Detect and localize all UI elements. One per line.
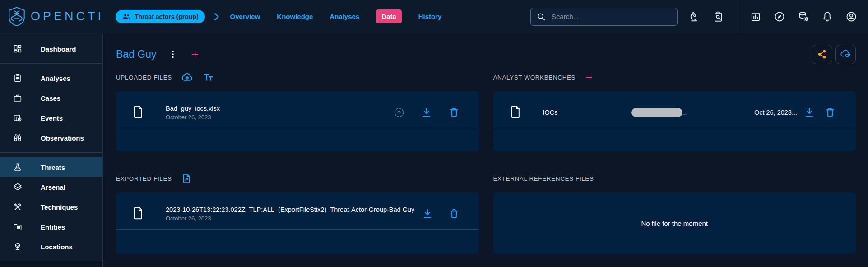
sidebar: DashboardAnalysesCasesEventsObservations…	[0, 33, 103, 267]
row-divider	[116, 128, 479, 128]
import-file-button[interactable]	[393, 107, 405, 118]
exported-files-section: EXPORTED FILES 2023-10-26T13:22:23.022Z_…	[116, 172, 479, 254]
clipboard-search-button[interactable]	[712, 11, 724, 23]
delete-file-button[interactable]	[448, 208, 460, 220]
sidebar-item-label: Arsenal	[41, 183, 65, 191]
sidebar-divider	[0, 63, 102, 64]
external-references-section: EXTERNAL REFERENCES FILES No file for th…	[493, 172, 856, 254]
database-gear-button[interactable]	[798, 11, 809, 23]
microscope-icon	[688, 11, 700, 23]
sidebar-item-analyses[interactable]: Analyses	[0, 68, 102, 88]
account-circle-icon	[845, 11, 857, 23]
workbench-row[interactable]: IOCs .. Oct 26, 2023...	[493, 98, 856, 126]
section-title: ANALYST WORKBENCHES	[493, 74, 576, 81]
download-workbench-button[interactable]	[803, 107, 815, 118]
analyses-clipboard-icon	[13, 73, 23, 83]
sidebar-item-threats[interactable]: Threats	[0, 157, 102, 177]
entities-folder-icon	[13, 222, 23, 232]
entity-menu-kebab-button[interactable]	[167, 49, 178, 60]
file-name: 2023-10-26T13:22:23.022Z_TLP:ALL_(Export…	[166, 206, 414, 213]
sidebar-item-entities[interactable]: Entities	[0, 217, 102, 237]
analyst-workbenches-header: ANALYST WORKBENCHES	[493, 70, 856, 84]
sidebar-item-cases[interactable]: Cases	[0, 88, 102, 108]
plus-icon	[190, 49, 200, 59]
free-text-import-button[interactable]	[202, 71, 214, 83]
main-content: Bad Guy UPLOADED FILES	[103, 33, 868, 267]
entity-header-actions	[812, 45, 856, 64]
add-alias-button[interactable]	[190, 49, 200, 59]
tab-knowledge[interactable]: Knowledge	[277, 13, 313, 20]
kebab-menu-icon	[167, 49, 178, 60]
text-fields-icon	[202, 71, 214, 83]
dashboard-icon	[13, 44, 23, 54]
notifications-bell-button[interactable]	[822, 11, 833, 23]
entity-type-chip-label: Threat actors (group)	[135, 13, 199, 20]
insights-button[interactable]	[750, 11, 761, 23]
explore-icon	[774, 11, 785, 23]
sidebar-item-label: Threats	[41, 164, 65, 171]
tab-analyses[interactable]: Analyses	[330, 13, 359, 20]
sidebar-item-label: Analyses	[41, 75, 70, 82]
sidebar-item-label: Dashboard	[41, 45, 76, 53]
generate-export-button[interactable]	[181, 173, 192, 184]
microscope-button[interactable]	[688, 11, 700, 23]
topbar: OPENCTI Threat actors (group) OverviewKn…	[0, 0, 868, 33]
entity-type-chip[interactable]: Threat actors (group)	[116, 10, 205, 23]
download-file-button[interactable]	[421, 107, 432, 118]
download-icon	[422, 208, 433, 220]
tab-overview[interactable]: Overview	[230, 13, 260, 20]
sidebar-item-label: Techniques	[41, 203, 78, 211]
file-document-icon	[510, 105, 521, 118]
share-icon	[817, 49, 827, 60]
search-input[interactable]	[551, 12, 672, 21]
section-title: EXPORTED FILES	[116, 175, 172, 182]
sidebar-item-locations[interactable]: Locations	[0, 237, 102, 257]
insights-icon	[750, 11, 761, 23]
group-icon	[122, 12, 131, 21]
sidebar-item-arsenal[interactable]: Arsenal	[0, 177, 102, 197]
sidebar-divider	[0, 152, 102, 153]
search-icon	[536, 12, 546, 22]
add-workbench-button[interactable]	[585, 73, 594, 82]
sidebar-item-label: Entities	[41, 223, 65, 231]
download-file-button[interactable]	[422, 208, 433, 220]
empty-message: No file for the moment	[641, 220, 708, 227]
search-box[interactable]	[530, 8, 678, 26]
file-document-icon	[132, 105, 144, 118]
trash-icon	[448, 208, 460, 220]
enrichment-cloud-button[interactable]	[835, 45, 856, 64]
dashed-upload-circle-icon	[393, 107, 405, 118]
sidebar-item-observations[interactable]: Observations	[0, 128, 102, 148]
file-date: October 26, 2023	[166, 215, 414, 222]
tab-data[interactable]: Data	[376, 9, 402, 23]
file-row[interactable]: Bad_guy_iocs.xlsx October 26, 2023	[116, 98, 479, 126]
tab-history[interactable]: History	[418, 13, 442, 20]
exported-files-header: EXPORTED FILES	[116, 172, 479, 185]
uploaded-files-header: UPLOADED FILES	[116, 70, 479, 84]
trash-icon	[448, 107, 460, 118]
share-button[interactable]	[812, 45, 832, 64]
explore-button[interactable]	[774, 11, 785, 23]
redacted-chip	[631, 108, 682, 117]
sidebar-item-dashboard[interactable]: Dashboard	[0, 39, 102, 59]
sidebar-item-events[interactable]: Events	[0, 108, 102, 128]
topbar-divider	[737, 0, 737, 33]
uploaded-files-section: UPLOADED FILES Bad_guy_iocs.xlsx October…	[116, 70, 479, 151]
section-title: UPLOADED FILES	[116, 74, 172, 81]
upload-file-button[interactable]	[181, 71, 193, 84]
sidebar-item-label: Locations	[41, 243, 73, 251]
sidebar-item-techniques[interactable]: Techniques	[0, 197, 102, 217]
app-name: OPENCTI	[31, 9, 104, 23]
locations-globe-icon	[13, 242, 23, 252]
exported-files-card: 2023-10-26T13:22:23.022Z_TLP:ALL_(Export…	[116, 192, 479, 254]
file-document-icon	[132, 206, 144, 220]
delete-file-button[interactable]	[448, 107, 460, 118]
entity-header: Bad Guy	[116, 43, 856, 65]
analyst-workbenches-section: ANALYST WORKBENCHES IOCs .. Oct 26, 2023…	[493, 70, 856, 151]
delete-workbench-button[interactable]	[824, 107, 836, 118]
account-circle-button[interactable]	[845, 11, 857, 23]
file-export-icon	[181, 173, 192, 184]
app-logo[interactable]: OPENCTI	[7, 6, 104, 27]
opencti-shield-logo-icon	[7, 6, 26, 27]
file-date: October 26, 2023	[166, 114, 220, 121]
